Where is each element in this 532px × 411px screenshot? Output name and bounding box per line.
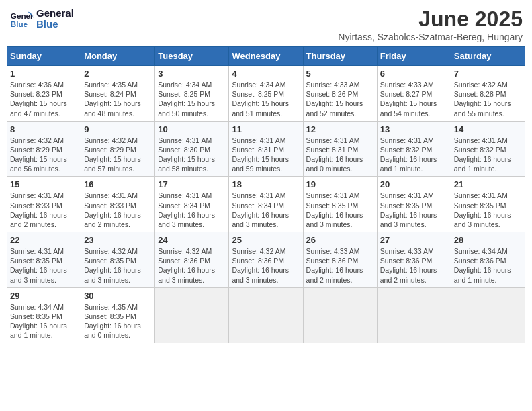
day-cell-19: 19Sunrise: 4:31 AMSunset: 8:35 PMDayligh… bbox=[303, 177, 377, 232]
day-cell-2: 2Sunrise: 4:35 AMSunset: 8:24 PMDaylight… bbox=[81, 66, 155, 122]
day-info: Sunrise: 4:33 AMSunset: 8:26 PMDaylight:… bbox=[306, 80, 374, 118]
calendar-week-4: 22Sunrise: 4:31 AMSunset: 8:35 PMDayligh… bbox=[7, 232, 525, 288]
day-cell-17: 17Sunrise: 4:31 AMSunset: 8:34 PMDayligh… bbox=[155, 177, 229, 232]
day-info: Sunrise: 4:33 AMSunset: 8:36 PMDaylight:… bbox=[306, 246, 374, 285]
day-info: Sunrise: 4:31 AMSunset: 8:34 PMDaylight:… bbox=[232, 191, 300, 229]
day-number: 26 bbox=[306, 235, 374, 245]
calendar-week-2: 8Sunrise: 4:32 AMSunset: 8:29 PMDaylight… bbox=[7, 121, 525, 177]
day-header-monday: Monday bbox=[81, 47, 155, 66]
day-header-tuesday: Tuesday bbox=[155, 47, 229, 66]
day-number: 25 bbox=[232, 235, 300, 245]
day-number: 12 bbox=[306, 124, 374, 134]
logo: General Blue General Blue bbox=[9, 7, 74, 31]
empty-cell bbox=[229, 287, 303, 343]
day-number: 15 bbox=[10, 179, 78, 189]
day-info: Sunrise: 4:31 AMSunset: 8:31 PMDaylight:… bbox=[232, 136, 300, 174]
day-cell-15: 15Sunrise: 4:31 AMSunset: 8:33 PMDayligh… bbox=[7, 177, 81, 232]
day-number: 5 bbox=[306, 68, 374, 79]
location: Nyirtass, Szabolcs-Szatmar-Bereg, Hungar… bbox=[338, 32, 523, 42]
calendar-week-3: 15Sunrise: 4:31 AMSunset: 8:33 PMDayligh… bbox=[7, 177, 525, 232]
day-number: 13 bbox=[380, 124, 448, 134]
day-cell-7: 7Sunrise: 4:32 AMSunset: 8:28 PMDaylight… bbox=[451, 66, 525, 122]
day-number: 1 bbox=[10, 68, 78, 79]
day-info: Sunrise: 4:31 AMSunset: 8:32 PMDaylight:… bbox=[380, 136, 448, 174]
month-title: June 2025 bbox=[338, 7, 523, 32]
day-cell-12: 12Sunrise: 4:31 AMSunset: 8:31 PMDayligh… bbox=[303, 121, 377, 177]
day-cell-5: 5Sunrise: 4:33 AMSunset: 8:26 PMDaylight… bbox=[303, 66, 377, 122]
day-cell-4: 4Sunrise: 4:34 AMSunset: 8:25 PMDaylight… bbox=[229, 66, 303, 122]
day-info: Sunrise: 4:31 AMSunset: 8:33 PMDaylight:… bbox=[10, 191, 78, 229]
day-number: 7 bbox=[454, 68, 522, 79]
day-number: 16 bbox=[84, 179, 152, 189]
day-info: Sunrise: 4:35 AMSunset: 8:24 PMDaylight:… bbox=[84, 80, 152, 118]
day-header-friday: Friday bbox=[377, 47, 451, 66]
day-info: Sunrise: 4:32 AMSunset: 8:36 PMDaylight:… bbox=[232, 246, 300, 285]
empty-cell bbox=[303, 287, 377, 343]
day-number: 6 bbox=[380, 68, 448, 79]
day-number: 10 bbox=[158, 124, 226, 134]
day-info: Sunrise: 4:34 AMSunset: 8:25 PMDaylight:… bbox=[158, 80, 226, 118]
day-cell-21: 21Sunrise: 4:31 AMSunset: 8:35 PMDayligh… bbox=[451, 177, 525, 232]
logo-line2: Blue bbox=[36, 19, 74, 30]
day-info: Sunrise: 4:32 AMSunset: 8:29 PMDaylight:… bbox=[10, 136, 78, 174]
day-number: 21 bbox=[454, 179, 522, 189]
day-number: 14 bbox=[454, 124, 522, 134]
day-cell-14: 14Sunrise: 4:31 AMSunset: 8:32 PMDayligh… bbox=[451, 121, 525, 177]
logo-icon: General Blue bbox=[9, 7, 34, 31]
day-cell-27: 27Sunrise: 4:33 AMSunset: 8:36 PMDayligh… bbox=[377, 232, 451, 288]
day-number: 11 bbox=[232, 124, 300, 134]
day-number: 18 bbox=[232, 179, 300, 189]
page-header: General Blue General Blue June 2025 Nyir… bbox=[7, 7, 525, 42]
day-number: 19 bbox=[306, 179, 374, 189]
day-number: 27 bbox=[380, 235, 448, 245]
title-block: June 2025 Nyirtass, Szabolcs-Szatmar-Ber… bbox=[338, 7, 523, 42]
day-cell-18: 18Sunrise: 4:31 AMSunset: 8:34 PMDayligh… bbox=[229, 177, 303, 232]
day-cell-13: 13Sunrise: 4:31 AMSunset: 8:32 PMDayligh… bbox=[377, 121, 451, 177]
svg-text:Blue: Blue bbox=[11, 19, 28, 28]
day-cell-16: 16Sunrise: 4:31 AMSunset: 8:33 PMDayligh… bbox=[81, 177, 155, 232]
day-cell-23: 23Sunrise: 4:32 AMSunset: 8:35 PMDayligh… bbox=[81, 232, 155, 288]
day-cell-30: 30Sunrise: 4:35 AMSunset: 8:35 PMDayligh… bbox=[81, 287, 155, 343]
day-info: Sunrise: 4:34 AMSunset: 8:25 PMDaylight:… bbox=[232, 80, 300, 118]
day-info: Sunrise: 4:31 AMSunset: 8:34 PMDaylight:… bbox=[158, 191, 226, 229]
day-info: Sunrise: 4:32 AMSunset: 8:29 PMDaylight:… bbox=[84, 136, 152, 174]
day-number: 29 bbox=[10, 291, 78, 301]
day-number: 4 bbox=[232, 68, 300, 79]
day-number: 22 bbox=[10, 235, 78, 245]
day-number: 8 bbox=[10, 124, 78, 134]
day-header-sunday: Sunday bbox=[7, 47, 81, 66]
calendar-header-row: SundayMondayTuesdayWednesdayThursdayFrid… bbox=[7, 47, 525, 66]
day-info: Sunrise: 4:31 AMSunset: 8:35 PMDaylight:… bbox=[380, 191, 448, 229]
day-info: Sunrise: 4:31 AMSunset: 8:32 PMDaylight:… bbox=[454, 136, 522, 174]
day-info: Sunrise: 4:31 AMSunset: 8:35 PMDaylight:… bbox=[454, 191, 522, 229]
day-number: 28 bbox=[454, 235, 522, 245]
day-cell-22: 22Sunrise: 4:31 AMSunset: 8:35 PMDayligh… bbox=[7, 232, 81, 288]
day-info: Sunrise: 4:31 AMSunset: 8:30 PMDaylight:… bbox=[158, 136, 226, 174]
day-cell-25: 25Sunrise: 4:32 AMSunset: 8:36 PMDayligh… bbox=[229, 232, 303, 288]
day-cell-26: 26Sunrise: 4:33 AMSunset: 8:36 PMDayligh… bbox=[303, 232, 377, 288]
day-cell-6: 6Sunrise: 4:33 AMSunset: 8:27 PMDaylight… bbox=[377, 66, 451, 122]
empty-cell bbox=[377, 287, 451, 343]
day-number: 30 bbox=[84, 291, 152, 301]
empty-cell bbox=[155, 287, 229, 343]
day-info: Sunrise: 4:31 AMSunset: 8:33 PMDaylight:… bbox=[84, 191, 152, 229]
day-number: 9 bbox=[84, 124, 152, 134]
day-cell-29: 29Sunrise: 4:34 AMSunset: 8:35 PMDayligh… bbox=[7, 287, 81, 343]
day-info: Sunrise: 4:35 AMSunset: 8:35 PMDaylight:… bbox=[84, 302, 152, 340]
day-number: 2 bbox=[84, 68, 152, 79]
logo-line1: General bbox=[36, 8, 74, 19]
day-number: 23 bbox=[84, 235, 152, 245]
day-info: Sunrise: 4:31 AMSunset: 8:31 PMDaylight:… bbox=[306, 136, 374, 174]
day-number: 24 bbox=[158, 235, 226, 245]
day-info: Sunrise: 4:32 AMSunset: 8:36 PMDaylight:… bbox=[158, 246, 226, 285]
day-cell-10: 10Sunrise: 4:31 AMSunset: 8:30 PMDayligh… bbox=[155, 121, 229, 177]
day-header-saturday: Saturday bbox=[451, 47, 525, 66]
day-info: Sunrise: 4:31 AMSunset: 8:35 PMDaylight:… bbox=[306, 191, 374, 229]
day-info: Sunrise: 4:31 AMSunset: 8:35 PMDaylight:… bbox=[10, 246, 78, 285]
day-cell-11: 11Sunrise: 4:31 AMSunset: 8:31 PMDayligh… bbox=[229, 121, 303, 177]
day-cell-9: 9Sunrise: 4:32 AMSunset: 8:29 PMDaylight… bbox=[81, 121, 155, 177]
day-cell-20: 20Sunrise: 4:31 AMSunset: 8:35 PMDayligh… bbox=[377, 177, 451, 232]
day-info: Sunrise: 4:34 AMSunset: 8:36 PMDaylight:… bbox=[454, 246, 522, 285]
day-number: 3 bbox=[158, 68, 226, 79]
day-header-wednesday: Wednesday bbox=[229, 47, 303, 66]
